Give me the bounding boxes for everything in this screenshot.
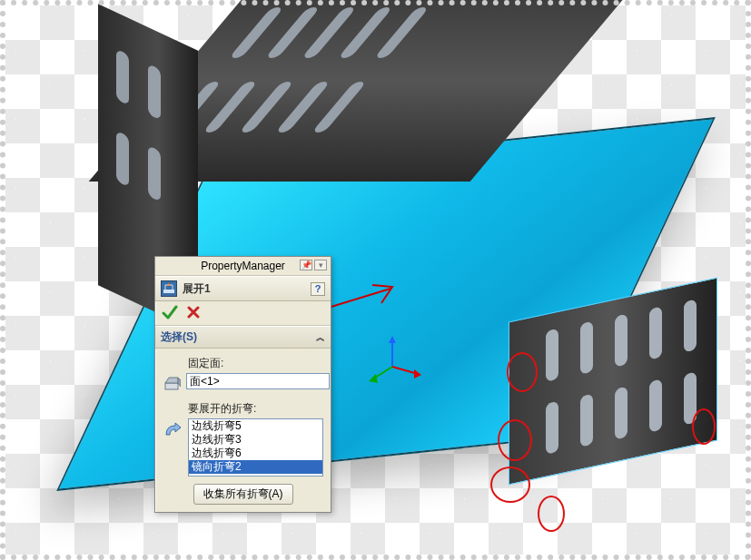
model-viewport[interactable] — [54, 0, 708, 508]
bend-picker-icon[interactable] — [163, 419, 183, 439]
selection-group-label: 选择(S) — [161, 329, 197, 345]
help-button[interactable]: ? — [311, 282, 325, 296]
collect-all-bends-button[interactable]: 收集所有折弯(A) — [193, 484, 293, 505]
feature-name: 展开1 — [183, 281, 305, 297]
fixed-face-input[interactable] — [186, 373, 330, 389]
chevron-up-icon[interactable]: ︽ — [316, 331, 325, 344]
svg-marker-11 — [165, 378, 178, 383]
pushpin-icon[interactable]: 📌 — [300, 260, 312, 270]
panel-pin-controls: 📌 ▾ — [300, 260, 327, 270]
selection-group-header[interactable]: 选择(S) ︽ — [155, 326, 331, 349]
svg-rect-7 — [163, 290, 174, 293]
face-picker-icon[interactable] — [163, 374, 181, 394]
list-item[interactable]: 镜向折弯2 — [189, 460, 322, 474]
panel-title: PropertyManager — [201, 260, 285, 272]
cancel-button[interactable] — [184, 304, 203, 320]
svg-line-2 — [392, 367, 418, 374]
annotation-circle — [507, 352, 538, 392]
list-item[interactable]: 边线折弯5 — [189, 419, 322, 433]
bends-listbox[interactable]: 边线折弯5 边线折弯3 边线折弯6 镜向折弯2 — [188, 418, 323, 476]
list-item[interactable]: 边线折弯3 — [189, 433, 322, 447]
panel-title-bar: PropertyManager 📌 ▾ — [155, 257, 331, 276]
annotation-circle — [498, 419, 532, 461]
panel-menu-icon[interactable]: ▾ — [314, 260, 327, 270]
feature-header: 展开1 ? — [155, 276, 331, 301]
list-item[interactable]: 边线折弯6 — [189, 447, 322, 460]
annotation-circle — [538, 496, 565, 532]
ok-button[interactable] — [161, 304, 179, 320]
bends-label: 要展开的折弯: — [188, 401, 323, 417]
svg-rect-10 — [165, 383, 178, 389]
annotation-circle — [692, 408, 716, 445]
property-manager-panel: PropertyManager 📌 ▾ 展开1 ? 选择(S) ︽ 固定面: — [154, 256, 331, 513]
confirm-bar — [155, 301, 331, 326]
fixed-face-label: 固定面: — [188, 356, 323, 371]
unfold-icon — [161, 280, 177, 297]
annotation-circle — [490, 467, 530, 503]
selection-group-body: 固定面: 要展开的折弯: 边线折弯5 边线折弯3 边线折弯6 镜向折弯2 收集所… — [155, 349, 331, 512]
